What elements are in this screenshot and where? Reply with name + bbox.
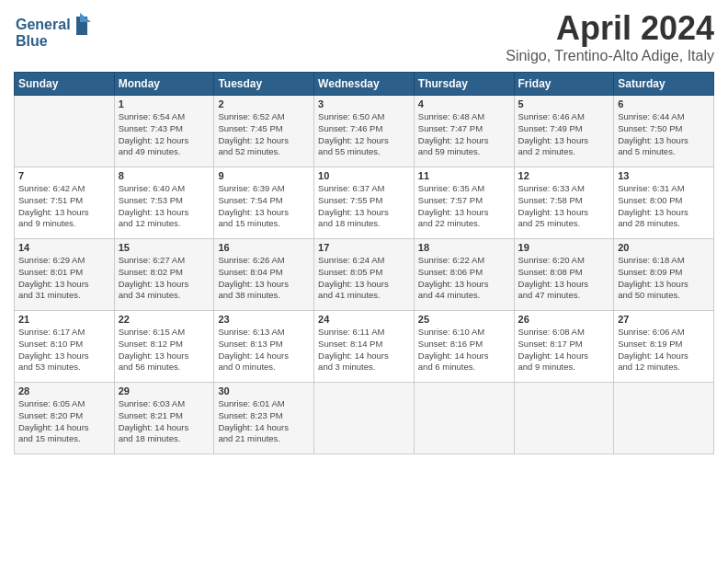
title-section: April 2024 Sinigo, Trentino-Alto Adige, … bbox=[506, 9, 714, 64]
day-number: 29 bbox=[119, 385, 210, 396]
day-header-tuesday: Tuesday bbox=[214, 73, 314, 96]
week-row-1: 1Sunrise: 6:54 AMSunset: 7:43 PMDaylight… bbox=[15, 96, 714, 167]
day-number: 18 bbox=[418, 242, 510, 253]
day-number: 16 bbox=[218, 242, 310, 253]
day-number: 14 bbox=[18, 242, 110, 253]
day-info: Sunrise: 6:20 AMSunset: 8:08 PMDaylight:… bbox=[518, 255, 610, 302]
calendar-cell: 27Sunrise: 6:06 AMSunset: 8:19 PMDayligh… bbox=[614, 311, 714, 383]
day-number: 27 bbox=[618, 314, 710, 325]
calendar-cell bbox=[15, 96, 115, 167]
day-info: Sunrise: 6:46 AMSunset: 7:49 PMDaylight:… bbox=[518, 111, 610, 158]
day-info: Sunrise: 6:13 AMSunset: 8:13 PMDaylight:… bbox=[218, 327, 310, 373]
logo-text: General Blue bbox=[14, 9, 97, 59]
header-row: SundayMondayTuesdayWednesdayThursdayFrid… bbox=[15, 73, 714, 96]
day-info: Sunrise: 6:42 AMSunset: 7:51 PMDaylight:… bbox=[18, 183, 110, 230]
calendar-cell: 18Sunrise: 6:22 AMSunset: 8:06 PMDayligh… bbox=[414, 239, 514, 311]
calendar-cell: 30Sunrise: 6:01 AMSunset: 8:23 PMDayligh… bbox=[214, 383, 314, 454]
day-number: 28 bbox=[18, 385, 110, 396]
day-info: Sunrise: 6:39 AMSunset: 7:54 PMDaylight:… bbox=[218, 183, 310, 230]
day-info: Sunrise: 6:50 AMSunset: 7:46 PMDaylight:… bbox=[318, 111, 410, 158]
main-container: General Blue April 2024 Sinigo, Trentino… bbox=[0, 0, 728, 464]
calendar-cell bbox=[514, 383, 614, 454]
calendar-cell: 19Sunrise: 6:20 AMSunset: 8:08 PMDayligh… bbox=[514, 239, 614, 311]
day-info: Sunrise: 6:40 AMSunset: 7:53 PMDaylight:… bbox=[119, 183, 210, 230]
logo: General Blue bbox=[14, 9, 97, 59]
day-number: 12 bbox=[518, 170, 610, 181]
day-info: Sunrise: 6:15 AMSunset: 8:12 PMDaylight:… bbox=[119, 327, 210, 373]
day-info: Sunrise: 6:31 AMSunset: 8:00 PMDaylight:… bbox=[618, 183, 710, 230]
calendar-cell: 13Sunrise: 6:31 AMSunset: 8:00 PMDayligh… bbox=[614, 167, 714, 239]
calendar-cell: 20Sunrise: 6:18 AMSunset: 8:09 PMDayligh… bbox=[614, 239, 714, 311]
day-info: Sunrise: 6:35 AMSunset: 7:57 PMDaylight:… bbox=[418, 183, 510, 230]
day-number: 1 bbox=[119, 98, 210, 109]
calendar-cell: 5Sunrise: 6:46 AMSunset: 7:49 PMDaylight… bbox=[514, 96, 614, 167]
calendar-cell bbox=[414, 383, 514, 454]
day-info: Sunrise: 6:52 AMSunset: 7:45 PMDaylight:… bbox=[218, 111, 310, 158]
day-info: Sunrise: 6:17 AMSunset: 8:10 PMDaylight:… bbox=[18, 327, 110, 373]
calendar-cell: 8Sunrise: 6:40 AMSunset: 7:53 PMDaylight… bbox=[114, 167, 214, 239]
calendar-cell: 1Sunrise: 6:54 AMSunset: 7:43 PMDaylight… bbox=[114, 96, 214, 167]
calendar-cell: 9Sunrise: 6:39 AMSunset: 7:54 PMDaylight… bbox=[214, 167, 314, 239]
calendar-cell: 15Sunrise: 6:27 AMSunset: 8:02 PMDayligh… bbox=[114, 239, 214, 311]
day-number: 10 bbox=[318, 170, 410, 181]
day-number: 7 bbox=[18, 170, 110, 181]
day-info: Sunrise: 6:05 AMSunset: 8:20 PMDaylight:… bbox=[18, 398, 110, 445]
day-info: Sunrise: 6:18 AMSunset: 8:09 PMDaylight:… bbox=[618, 255, 710, 302]
day-number: 8 bbox=[119, 170, 210, 181]
calendar-cell: 23Sunrise: 6:13 AMSunset: 8:13 PMDayligh… bbox=[214, 311, 314, 383]
week-row-3: 14Sunrise: 6:29 AMSunset: 8:01 PMDayligh… bbox=[15, 239, 714, 311]
calendar-cell bbox=[314, 383, 415, 454]
calendar-cell: 14Sunrise: 6:29 AMSunset: 8:01 PMDayligh… bbox=[15, 239, 115, 311]
day-number: 21 bbox=[18, 314, 110, 325]
day-info: Sunrise: 6:48 AMSunset: 7:47 PMDaylight:… bbox=[418, 111, 510, 158]
calendar-cell bbox=[614, 383, 714, 454]
calendar-cell: 11Sunrise: 6:35 AMSunset: 7:57 PMDayligh… bbox=[414, 167, 514, 239]
week-row-5: 28Sunrise: 6:05 AMSunset: 8:20 PMDayligh… bbox=[15, 383, 714, 454]
day-header-wednesday: Wednesday bbox=[314, 73, 415, 96]
day-number: 20 bbox=[618, 242, 710, 253]
day-number: 23 bbox=[218, 314, 310, 325]
day-number: 5 bbox=[518, 98, 610, 109]
day-header-thursday: Thursday bbox=[414, 73, 514, 96]
day-info: Sunrise: 6:11 AMSunset: 8:14 PMDaylight:… bbox=[318, 327, 410, 373]
day-number: 22 bbox=[119, 314, 210, 325]
calendar-table: SundayMondayTuesdayWednesdayThursdayFrid… bbox=[14, 72, 714, 454]
day-number: 3 bbox=[318, 98, 410, 109]
day-number: 6 bbox=[618, 98, 710, 109]
day-header-saturday: Saturday bbox=[614, 73, 714, 96]
day-number: 25 bbox=[418, 314, 510, 325]
day-number: 15 bbox=[119, 242, 210, 253]
day-info: Sunrise: 6:01 AMSunset: 8:23 PMDaylight:… bbox=[218, 398, 310, 445]
month-title: April 2024 bbox=[506, 9, 714, 48]
day-number: 13 bbox=[618, 170, 710, 181]
day-info: Sunrise: 6:27 AMSunset: 8:02 PMDaylight:… bbox=[119, 255, 210, 302]
calendar-cell: 17Sunrise: 6:24 AMSunset: 8:05 PMDayligh… bbox=[314, 239, 415, 311]
day-number: 24 bbox=[318, 314, 410, 325]
day-info: Sunrise: 6:33 AMSunset: 7:58 PMDaylight:… bbox=[518, 183, 610, 230]
day-header-friday: Friday bbox=[514, 73, 614, 96]
calendar-cell: 2Sunrise: 6:52 AMSunset: 7:45 PMDaylight… bbox=[214, 96, 314, 167]
week-row-2: 7Sunrise: 6:42 AMSunset: 7:51 PMDaylight… bbox=[15, 167, 714, 239]
calendar-cell: 6Sunrise: 6:44 AMSunset: 7:50 PMDaylight… bbox=[614, 96, 714, 167]
calendar-cell: 3Sunrise: 6:50 AMSunset: 7:46 PMDaylight… bbox=[314, 96, 415, 167]
day-number: 9 bbox=[218, 170, 310, 181]
day-number: 4 bbox=[418, 98, 510, 109]
calendar-cell: 24Sunrise: 6:11 AMSunset: 8:14 PMDayligh… bbox=[314, 311, 415, 383]
day-header-monday: Monday bbox=[114, 73, 214, 96]
header: General Blue April 2024 Sinigo, Trentino… bbox=[14, 9, 714, 64]
calendar-cell: 10Sunrise: 6:37 AMSunset: 7:55 PMDayligh… bbox=[314, 167, 415, 239]
day-number: 30 bbox=[218, 385, 310, 396]
day-info: Sunrise: 6:22 AMSunset: 8:06 PMDaylight:… bbox=[418, 255, 510, 302]
calendar-cell: 4Sunrise: 6:48 AMSunset: 7:47 PMDaylight… bbox=[414, 96, 514, 167]
day-number: 2 bbox=[218, 98, 310, 109]
day-info: Sunrise: 6:08 AMSunset: 8:17 PMDaylight:… bbox=[518, 327, 610, 373]
calendar-cell: 12Sunrise: 6:33 AMSunset: 7:58 PMDayligh… bbox=[514, 167, 614, 239]
calendar-cell: 25Sunrise: 6:10 AMSunset: 8:16 PMDayligh… bbox=[414, 311, 514, 383]
day-info: Sunrise: 6:10 AMSunset: 8:16 PMDaylight:… bbox=[418, 327, 510, 373]
day-number: 17 bbox=[318, 242, 410, 253]
location-title: Sinigo, Trentino-Alto Adige, Italy bbox=[506, 48, 714, 64]
day-number: 19 bbox=[518, 242, 610, 253]
day-number: 26 bbox=[518, 314, 610, 325]
day-header-sunday: Sunday bbox=[15, 73, 115, 96]
week-row-4: 21Sunrise: 6:17 AMSunset: 8:10 PMDayligh… bbox=[15, 311, 714, 383]
